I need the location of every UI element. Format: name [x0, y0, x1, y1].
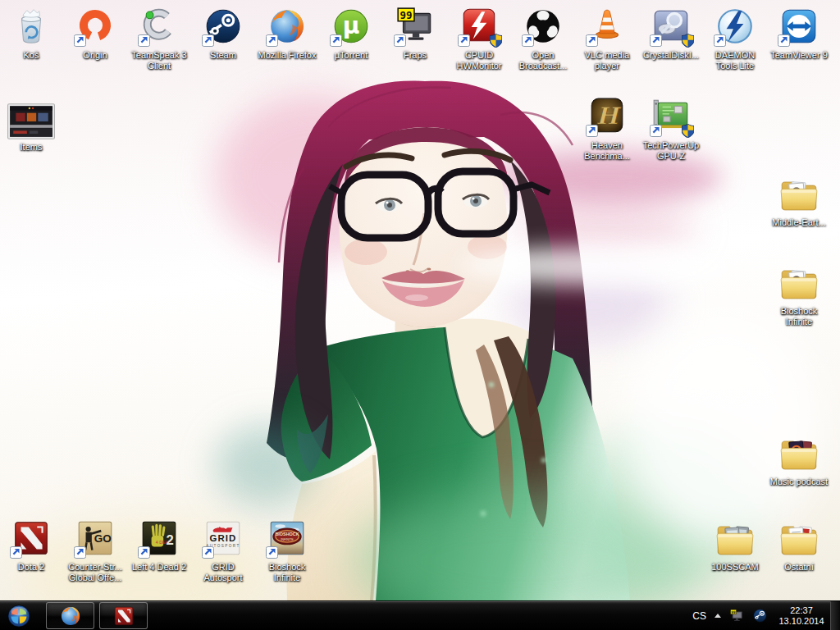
- folder-icon: [778, 517, 819, 559]
- icon-label: VLC media player: [576, 50, 638, 71]
- desktop-icon-vlc[interactable]: VLC media player: [576, 5, 638, 71]
- desktop-icon-folder-ostatni[interactable]: Ostatní: [768, 517, 830, 573]
- desktop-icon-csgo[interactable]: GO Counter-Str... Global Offe...: [64, 517, 126, 583]
- grid-autosport-icon: GRID AUTOSPORT: [203, 517, 244, 559]
- svg-text:INFINITE: INFINITE: [281, 538, 294, 541]
- wallpaper-sparkles: [0, 0, 2, 2]
- fraps-icon: [395, 5, 436, 48]
- shortcut-arrow-icon: [202, 546, 214, 559]
- shortcut-arrow-icon: [74, 546, 86, 559]
- folder-icon: [714, 517, 756, 559]
- desktop-icon-recycle-bin[interactable]: Koš: [0, 5, 62, 61]
- desktop-icon-teamviewer[interactable]: TeamViewer 9: [768, 5, 830, 61]
- desktop-icon-folder-music-podcast[interactable]: Music podcast: [768, 431, 830, 487]
- desktop-icon-l4d2[interactable]: 4 DEAD 2 Left 4 Dead 2: [128, 517, 190, 573]
- taskbar-clock[interactable]: 22:37 13.10.2014: [776, 605, 827, 627]
- desktop-icon-folder-bioshock[interactable]: Bioshock Infinite: [768, 261, 830, 327]
- icon-label: Music podcast: [768, 477, 830, 487]
- steam-tray-icon[interactable]: [752, 608, 768, 623]
- desktop-icon-daemon-tools[interactable]: DAEMON Tools Lite: [704, 5, 766, 71]
- uac-shield-icon: [682, 124, 694, 138]
- desktop-icon-fraps[interactable]: Fraps: [384, 5, 446, 61]
- icon-label: CrystalDiskI...: [640, 50, 702, 61]
- icon-label: CPUID HWMonitor: [448, 50, 510, 71]
- shortcut-arrow-icon: [202, 34, 214, 47]
- desktop-icon-origin[interactable]: Origin: [64, 5, 126, 61]
- dota-2-icon: [11, 517, 52, 559]
- windows-orb-icon: [4, 601, 34, 630]
- svg-text:GRID: GRID: [210, 533, 237, 543]
- icon-label: Origin: [64, 50, 126, 61]
- shortcut-arrow-icon: [522, 34, 534, 47]
- icon-label: 100SSCAM: [704, 562, 766, 573]
- svg-text:H: H: [596, 103, 622, 130]
- shortcut-arrow-icon: [778, 34, 790, 47]
- desktop-icon-items[interactable]: Items: [0, 97, 62, 153]
- icon-label: DAEMON Tools Lite: [704, 50, 766, 71]
- desktop-icon-gpu-z[interactable]: TechPowerUp GPU-Z: [640, 95, 702, 162]
- shortcut-arrow-icon: [266, 546, 278, 559]
- uac-shield-icon: [682, 34, 694, 48]
- desktop-icon-cpuid-hwmonitor[interactable]: CPUID HWMonitor: [448, 5, 510, 71]
- gpu-z-icon: [651, 95, 692, 138]
- shortcut-arrow-icon: [10, 546, 22, 559]
- desktop-icon-teamspeak[interactable]: TeamSpeak 3 Client: [128, 5, 190, 71]
- taskbar-pinned-apps: [46, 602, 148, 629]
- taskbar-button-firefox[interactable]: [46, 602, 94, 629]
- svg-text:BIOSHOCK: BIOSHOCK: [275, 532, 299, 536]
- teamviewer-icon: [778, 5, 819, 48]
- language-indicator[interactable]: CS: [692, 610, 706, 622]
- desktop-wallpaper: Koš Origin TeamSpeak 3 Client Steam: [0, 0, 840, 601]
- folder-icon: [778, 431, 819, 474]
- desktop-icon-utorrent[interactable]: µ µTorrent: [320, 5, 382, 61]
- recycle-bin-icon: [11, 5, 52, 48]
- shortcut-arrow-icon: [586, 34, 598, 47]
- desktop-icon-steam[interactable]: Steam: [192, 5, 254, 61]
- shortcut-arrow-icon: [458, 34, 470, 47]
- icon-label: Left 4 Dead 2: [128, 562, 190, 573]
- start-button[interactable]: [2, 601, 35, 630]
- desktop-icon-grid-autosport[interactable]: GRID AUTOSPORT GRID Autosport: [192, 517, 254, 583]
- shortcut-arrow-icon: [74, 34, 86, 47]
- desktop-icon-bioshock-infinite[interactable]: BIOSHOCK INFINITE Bioshock Infinite: [256, 517, 318, 583]
- shortcut-arrow-icon: [138, 34, 150, 47]
- show-hidden-icons-arrow[interactable]: [714, 614, 721, 618]
- desktop-icon-obs[interactable]: Open Broadcast...: [512, 5, 574, 71]
- shortcut-arrow-icon: [650, 125, 662, 137]
- show-desktop-button[interactable]: [830, 601, 840, 630]
- icon-label: TeamViewer 9: [768, 50, 830, 61]
- icon-label: Counter-Str... Global Offe...: [64, 562, 126, 583]
- desktop-icon-folder-middle-earth[interactable]: Middle-Eart...: [768, 172, 830, 228]
- vlc-icon: [587, 5, 628, 48]
- taskbar: CS 22:37 13.10.2014: [0, 600, 840, 630]
- daemon-tools-icon: [714, 5, 756, 48]
- firefox-icon: [267, 5, 308, 48]
- svg-text:GO: GO: [94, 532, 112, 545]
- desktop-icon-heaven-benchmark[interactable]: H Heaven Benchma...: [576, 95, 638, 162]
- folder-icon: [778, 172, 819, 215]
- desktop-icon-firefox[interactable]: Mozilla Firefox: [256, 5, 318, 61]
- clock-date: 13.10.2014: [776, 616, 827, 627]
- folder-icon: [778, 261, 819, 304]
- cpuid-hwmonitor-icon: [459, 5, 500, 48]
- shortcut-arrow-icon: [394, 34, 406, 47]
- icon-label: Bioshock Infinite: [256, 562, 318, 583]
- icon-label: GRID Autosport: [192, 562, 254, 583]
- svg-text:2: 2: [166, 532, 173, 548]
- desktop-icon-dota-2[interactable]: Dota 2: [0, 517, 62, 573]
- fraps-tray-icon[interactable]: [729, 609, 744, 623]
- shortcut-arrow-icon: [266, 34, 278, 47]
- shortcut-arrow-icon: [586, 125, 598, 137]
- icon-label: Mozilla Firefox: [256, 50, 318, 61]
- icon-label: Fraps: [384, 50, 446, 61]
- desktop-icon-folder-100sscam[interactable]: 100SSCAM: [704, 517, 766, 573]
- firefox-icon: [59, 605, 82, 628]
- clock-time: 22:37: [776, 605, 827, 616]
- icon-label: Dota 2: [0, 562, 62, 573]
- svg-text:µ: µ: [343, 12, 360, 39]
- system-tray: CS 22:37 13.10.2014: [692, 601, 827, 630]
- taskbar-button-dota-2[interactable]: [99, 602, 148, 629]
- desktop-icon-crystaldiskinfo[interactable]: CrystalDiskI...: [640, 5, 702, 61]
- items-thumbnail-icon: [7, 97, 55, 139]
- shortcut-arrow-icon: [714, 34, 726, 47]
